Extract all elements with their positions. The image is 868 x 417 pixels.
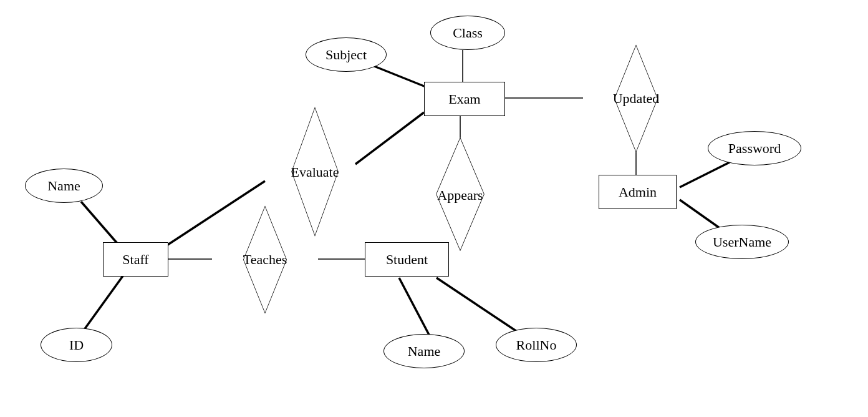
svg-line-12 — [436, 278, 521, 334]
attribute-student-name-label: Name — [408, 343, 441, 360]
attribute-subject: Subject — [306, 37, 387, 72]
attribute-class-label: Class — [453, 25, 483, 41]
svg-line-5 — [162, 181, 265, 248]
entity-admin-label: Admin — [619, 184, 657, 200]
relationship-updated-shape — [614, 44, 658, 152]
entity-student: Student — [365, 242, 449, 277]
svg-line-11 — [399, 278, 430, 337]
svg-line-4 — [355, 112, 424, 164]
svg-line-1 — [368, 64, 427, 87]
svg-line-7 — [81, 202, 118, 245]
entity-admin: Admin — [599, 175, 677, 209]
svg-line-8 — [84, 273, 125, 330]
attribute-staff-id-label: ID — [69, 337, 84, 353]
attribute-student-rollno-label: RollNo — [516, 337, 557, 353]
attribute-staff-id: ID — [41, 328, 112, 362]
entity-staff: Staff — [103, 242, 168, 277]
attribute-staff-name: Name — [25, 169, 103, 203]
entity-student-label: Student — [386, 252, 428, 268]
attribute-class: Class — [430, 16, 505, 50]
attribute-subject-label: Subject — [326, 47, 367, 63]
entity-exam-label: Exam — [448, 91, 480, 107]
svg-line-13 — [680, 162, 730, 187]
attribute-student-rollno: RollNo — [496, 328, 577, 362]
attribute-admin-username-label: UserName — [713, 234, 771, 250]
er-diagram-canvas: Class Subject Name ID Name RollNo Passwo… — [0, 0, 868, 417]
attribute-student-name: Name — [383, 334, 465, 368]
entity-staff-label: Staff — [122, 252, 148, 268]
entity-exam: Exam — [424, 82, 505, 116]
attribute-admin-username: UserName — [695, 225, 789, 259]
relationship-evaluate-shape — [291, 107, 338, 236]
attribute-staff-name-label: Name — [47, 178, 80, 194]
attribute-admin-password-label: Password — [728, 140, 781, 157]
relationship-teaches-shape — [243, 205, 287, 313]
attribute-admin-password: Password — [708, 131, 801, 165]
relationship-appears-shape — [436, 137, 485, 252]
